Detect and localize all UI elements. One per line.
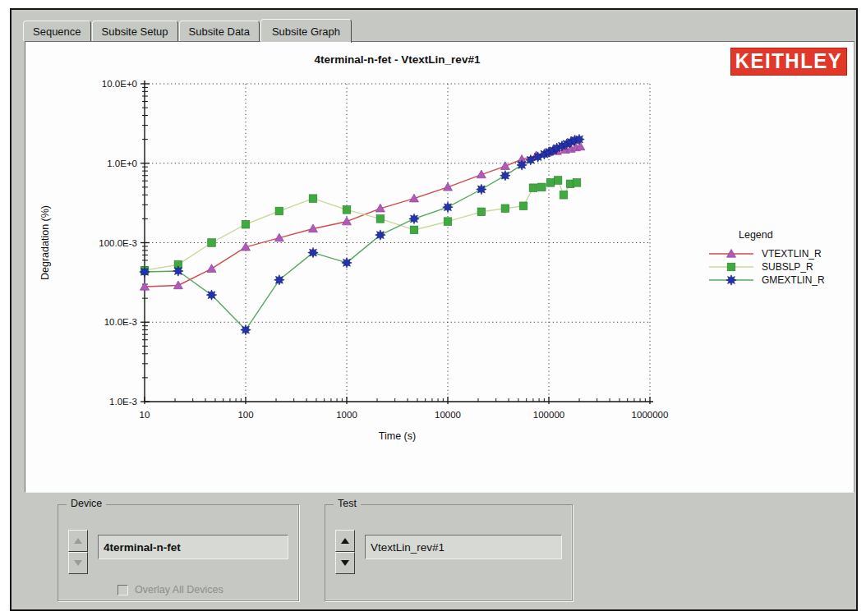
svg-text:100.0E-3: 100.0E-3 [99,238,137,248]
legend-label: SUBSLP_R [762,261,813,273]
test-spinner [335,530,355,574]
svg-text:100: 100 [237,410,253,420]
legend-label: VTEXTLIN_R [762,248,822,260]
up-arrow-icon [74,538,82,544]
keithley-logo-text: KEITHLEY [735,49,843,73]
legend-item-gmextlin_r: GMEXTLIN_R [707,274,852,286]
legend-item-subslp_r: SUBSLP_R [707,260,852,273]
svg-text:10.0E-3: 10.0E-3 [104,317,137,327]
chart-title: 4terminal-n-fet - VtextLin_rev#1 [145,53,650,66]
svg-text:1.0E+0: 1.0E+0 [107,159,137,168]
tab-subsite-setup[interactable]: Subsite Setup [92,21,178,41]
tab-subsite-graph[interactable]: Subsite Graph [260,19,352,43]
keithley-logo: KEITHLEY [730,48,847,76]
test-spinner-down-button[interactable] [335,552,355,574]
device-spinner-up-button[interactable] [68,530,88,552]
overlay-all-devices-row: Overlay All Devices [117,584,223,595]
graph-panel: 4terminal-n-fet - VtextLin_rev#1 KEITHLE… [25,41,854,493]
test-name-field[interactable] [365,535,562,559]
legend-swatch-icon [707,261,755,273]
legend-swatch-icon [707,248,755,260]
legend-swatch-icon [707,274,755,286]
tab-bar: SequenceSubsite SetupSubsite DataSubsite… [23,16,352,41]
svg-text:10000: 10000 [435,410,461,420]
svg-text:10.0E+0: 10.0E+0 [102,79,137,89]
device-spinner-down-button[interactable] [68,552,88,574]
chart-legend: Legend VTEXTLIN_RSUBSLP_RGMEXTLIN_R [707,229,852,287]
device-spinner [68,530,88,574]
legend-item-vtextlin_r: VTEXTLIN_R [707,247,852,260]
svg-text:Degradation (%): Degradation (%) [39,205,51,280]
up-arrow-icon [341,538,349,544]
svg-text:100000: 100000 [533,410,564,420]
test-spinner-up-button[interactable] [335,530,355,552]
tab-subsite-data[interactable]: Subsite Data [179,21,260,41]
device-name-field[interactable] [98,535,288,559]
svg-text:1000: 1000 [336,410,357,420]
legend-label: GMEXTLIN_R [762,274,825,286]
svg-text:1000000: 1000000 [632,410,669,420]
svg-text:1.0E-3: 1.0E-3 [109,397,137,407]
test-group-label: Test [334,498,361,509]
device-group-label: Device [67,498,106,509]
app-window: SequenceSubsite SetupSubsite DataSubsite… [10,8,858,611]
overlay-all-devices-checkbox[interactable] [117,585,128,595]
legend-title: Legend [739,229,852,241]
down-arrow-icon [74,560,82,566]
test-group: Test [325,504,573,601]
tab-sequence[interactable]: Sequence [23,21,91,41]
svg-text:10: 10 [140,410,150,420]
overlay-all-devices-label: Overlay All Devices [135,584,223,595]
svg-text:Time (s): Time (s) [379,430,416,442]
down-arrow-icon [341,560,349,566]
device-group: Device Overlay All Devices [58,504,299,601]
